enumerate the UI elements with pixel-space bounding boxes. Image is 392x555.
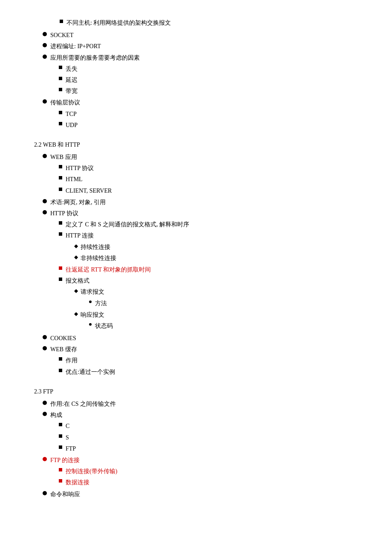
- item-content: 请求报文 方法: [81, 286, 358, 309]
- item-text: 作用:在 CS 之间传输文件: [50, 399, 358, 409]
- bullet-square-icon: [59, 188, 62, 191]
- item-content: HTTP 连接 ◆ 持续性连接 ◆ 非持续性连接: [66, 230, 358, 264]
- item-text: 进程编址: IP+PORT: [50, 41, 358, 52]
- item-content: 构成 C S FTP: [50, 410, 358, 454]
- list-item: 数据连接: [59, 477, 358, 488]
- bullet-circle-icon: [43, 199, 47, 203]
- list-item: ◆ 请求报文 方法: [74, 286, 358, 309]
- list-item: HTTP 连接 ◆ 持续性连接 ◆ 非持续性连接: [59, 230, 358, 264]
- item-text: HTML: [66, 174, 358, 185]
- item-text: CLIENT, SERVER: [66, 185, 358, 196]
- list-item-cookies: COOKIES: [34, 333, 358, 344]
- list-item: 进程编址: IP+PORT: [34, 41, 358, 52]
- item-text: 请求报文: [81, 289, 104, 295]
- item-text: 传输层协议: [50, 99, 80, 106]
- list-item: 构成 C S FTP: [34, 410, 358, 454]
- list-item: 不同主机: 利用网络提供的架构交换报文: [60, 17, 358, 28]
- bullet-circle-icon: [43, 346, 47, 350]
- item-text: 优点:通过一个实例: [66, 367, 358, 377]
- bullet-square-red-icon: [59, 479, 62, 483]
- item-text: COOKIES: [50, 333, 358, 344]
- list-item: ◆ 响应报文 状态码: [74, 309, 358, 332]
- item-content: 应用所需要的服务需要考虑的因素 丢失 延迟 带宽: [50, 52, 358, 97]
- list-item: TCP: [59, 109, 358, 119]
- list-item: CLIENT, SERVER: [59, 185, 358, 196]
- item-text: WEB 应用: [50, 154, 77, 160]
- item-text: 构成: [50, 412, 62, 418]
- item-text: FTP 的连接: [50, 457, 80, 463]
- bullet-dot-icon: [89, 323, 92, 326]
- list-item: 延迟: [59, 75, 358, 85]
- bullet-square-icon: [59, 176, 62, 179]
- item-content: WEB 应用 HTTP 协议 HTML CLIENT, SERVER: [50, 152, 358, 197]
- item-text: 命令和响应: [50, 489, 358, 500]
- bullet-square-icon: [59, 369, 62, 372]
- item-text: UDP: [66, 120, 358, 130]
- item-text: 状态码: [95, 321, 358, 331]
- item-text: 延迟: [66, 75, 358, 85]
- item-text: 控制连接(带外传输): [66, 466, 358, 477]
- list-item: WEB 缓存 作用 优点:通过一个实例: [34, 344, 358, 378]
- bullet-circle-red-icon: [43, 457, 47, 461]
- bullet-circle-icon: [43, 335, 47, 339]
- list-item: 优点:通过一个实例: [59, 367, 358, 377]
- list-item: S: [59, 432, 358, 443]
- bullet-square-red-icon: [59, 468, 62, 471]
- bullet-circle-icon: [43, 154, 47, 158]
- item-content: WEB 缓存 作用 优点:通过一个实例: [50, 344, 358, 378]
- list-item: C: [59, 421, 358, 431]
- bullet-diamond-icon: ◆: [74, 286, 78, 296]
- item-text: SOCKET: [50, 30, 358, 40]
- section-2-2-heading: 2.2 WEB 和 HTTP: [34, 139, 358, 150]
- list-item: 控制连接(带外传输): [59, 466, 358, 477]
- list-item: 作用: [59, 355, 358, 366]
- list-item: HTML: [59, 174, 358, 185]
- bullet-square-icon: [60, 20, 63, 23]
- bullet-dot-icon: [89, 301, 92, 303]
- section-2-3-block: 2.3 FTP 作用:在 CS 之间传输文件 构成 C S: [34, 386, 358, 500]
- item-text: 数据连接: [66, 477, 358, 488]
- item-text: 带宽: [66, 86, 358, 96]
- item-text: 往返延迟 RTT 和对象的抓取时间: [66, 264, 358, 275]
- list-item: 作用:在 CS 之间传输文件: [34, 399, 358, 409]
- bullet-square-icon: [59, 434, 62, 438]
- list-item: HTTP 协议 定义了 C 和 S 之间通信的报文格式, 解释和时序 HTTP …: [34, 208, 358, 332]
- list-item: 报文格式 ◆ 请求报文: [59, 275, 358, 332]
- item-text: 响应报文: [81, 312, 104, 318]
- list-item: 定义了 C 和 S 之间通信的报文格式, 解释和时序: [59, 219, 358, 230]
- item-content: 传输层协议 TCP UDP: [50, 97, 358, 131]
- list-item: HTTP 协议: [59, 163, 358, 173]
- bullet-circle-icon: [43, 43, 47, 47]
- item-content: 响应报文 状态码: [81, 309, 358, 332]
- item-text: 作用: [66, 355, 358, 366]
- item-content: FTP 的连接 控制连接(带外传输) 数据连接: [50, 455, 358, 489]
- item-text: 不同主机: 利用网络提供的架构交换报文: [66, 17, 358, 28]
- bullet-square-icon: [59, 66, 62, 69]
- bullet-square-icon: [59, 423, 62, 426]
- bullet-square-icon: [59, 278, 62, 281]
- list-item: 命令和响应: [34, 489, 358, 500]
- bullet-diamond-icon: ◆: [74, 242, 78, 251]
- bullet-diamond-icon: ◆: [74, 309, 78, 319]
- bullet-circle-icon: [43, 99, 47, 104]
- item-content: HTTP 协议 定义了 C 和 S 之间通信的报文格式, 解释和时序 HTTP …: [50, 208, 358, 332]
- item-text: HTTP 协议: [50, 210, 78, 217]
- bullet-square-red-icon: [59, 266, 62, 270]
- bullet-square-icon: [59, 122, 62, 125]
- bullet-circle-icon: [43, 412, 47, 416]
- item-text: S: [66, 432, 358, 443]
- socket-section: SOCKET 进程编址: IP+PORT 应用所需要的服务需要考虑的因素 丢失 …: [34, 30, 358, 131]
- item-text: 丢失: [66, 64, 358, 74]
- list-item: 带宽: [59, 86, 358, 96]
- item-text: C: [66, 421, 358, 431]
- item-text: 报文格式: [66, 278, 89, 284]
- item-text: FTP: [66, 443, 358, 454]
- bullet-circle-icon: [43, 491, 47, 495]
- bullet-square-icon: [59, 232, 62, 236]
- list-item: ◆ 非持续性连接: [74, 253, 358, 263]
- list-item: 应用所需要的服务需要考虑的因素 丢失 延迟 带宽: [34, 52, 358, 97]
- item-text: 持续性连接: [81, 242, 358, 252]
- list-item: 传输层协议 TCP UDP: [34, 97, 358, 131]
- item-text: 非持续性连接: [81, 253, 358, 263]
- item-text: 定义了 C 和 S 之间通信的报文格式, 解释和时序: [66, 219, 358, 230]
